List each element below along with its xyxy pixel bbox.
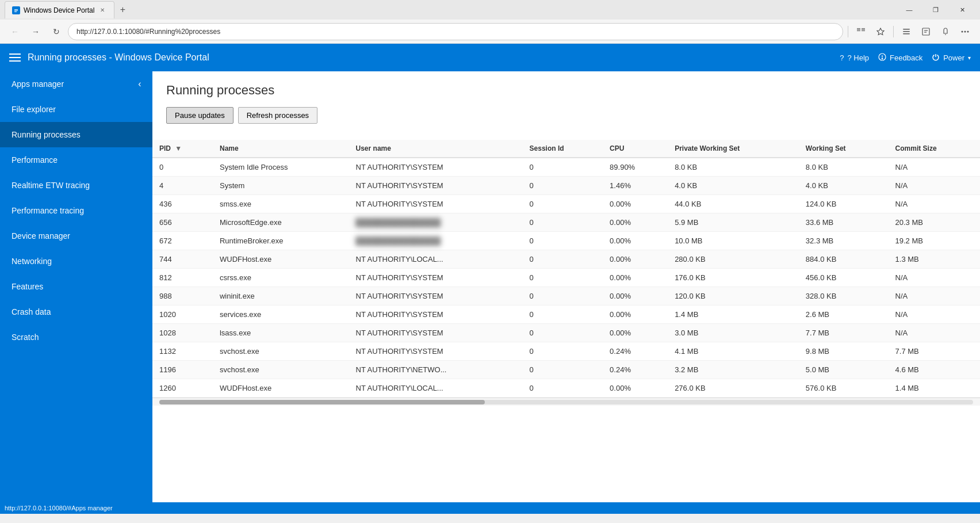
cell-working-set: 32.3 MB	[799, 232, 889, 250]
sidebar-item-scratch[interactable]: Scratch	[0, 325, 152, 350]
cell-private-working-set: 1.4 MB	[668, 306, 799, 324]
table-row[interactable]: 988wininit.exeNT AUTHORITY\SYSTEM00.00%1…	[152, 287, 980, 306]
cell-session-id: 0	[523, 213, 603, 232]
window-controls: — ❐ ✕	[896, 1, 975, 19]
sidebar-item-performance[interactable]: Performance	[0, 147, 152, 173]
sidebar-collapse-button[interactable]: ‹	[132, 76, 148, 92]
cell-pid: 988	[152, 287, 213, 306]
tab-close-button[interactable]: ✕	[98, 6, 107, 15]
cell-name: smss.exe	[213, 195, 349, 213]
cell-name: svchost.exe	[213, 342, 349, 361]
sidebar-item-realtime-etw-tracing[interactable]: Realtime ETW tracing	[0, 173, 152, 198]
scrollbar-thumb	[159, 400, 485, 404]
feedback-icon	[878, 53, 886, 63]
cell-working-set: 456.0 KB	[799, 269, 889, 287]
cell-private-working-set: 176.0 KB	[668, 269, 799, 287]
sidebar-item-apps-manager[interactable]: Apps manager	[0, 71, 152, 97]
table-row[interactable]: 1132svchost.exeNT AUTHORITY\SYSTEM00.24%…	[152, 342, 980, 361]
sidebar-item-performance-tracing[interactable]: Performance tracing	[0, 198, 152, 223]
horizontal-scrollbar[interactable]	[152, 398, 980, 406]
col-header-session-id: Session Id	[523, 140, 603, 158]
table-row[interactable]: 1028lsass.exeNT AUTHORITY\SYSTEM00.00%3.…	[152, 324, 980, 342]
power-button[interactable]: Power ▾	[932, 53, 971, 63]
cell-working-set: 8.0 KB	[799, 158, 889, 177]
notifications-icon[interactable]	[936, 22, 955, 41]
table-row[interactable]: 656MicrosoftEdge.exe████████████████00.0…	[152, 213, 980, 232]
help-button[interactable]: ? ? Help	[840, 54, 869, 62]
table-row[interactable]: 1196svchost.exeNT AUTHORITY\NETWO...00.2…	[152, 361, 980, 379]
more-icon[interactable]	[956, 22, 974, 41]
table-body: 0System Idle ProcessNT AUTHORITY\SYSTEM0…	[152, 158, 980, 398]
svg-point-23	[882, 58, 883, 59]
browser-tab[interactable]: Windows Device Portal ✕	[5, 1, 114, 18]
table-row[interactable]: 0System Idle ProcessNT AUTHORITY\SYSTEM0…	[152, 158, 980, 177]
close-button[interactable]: ✕	[949, 1, 975, 19]
processes-table-container: PID ▼NameUser nameSession IdCPUPrivate W…	[152, 140, 980, 398]
minimize-button[interactable]: —	[896, 1, 922, 19]
cell-private-working-set: 10.0 MB	[668, 232, 799, 250]
hub-icon[interactable]	[897, 22, 916, 41]
sidebar-item-file-explorer[interactable]: File explorer	[0, 97, 152, 122]
col-header-cpu: CPU	[603, 140, 668, 158]
sidebar-item-device-manager[interactable]: Device manager	[0, 223, 152, 249]
cell-working-set: 884.0 KB	[799, 250, 889, 269]
cell-commit-size: N/A	[889, 324, 980, 342]
cell-commit-size: N/A	[889, 306, 980, 324]
svg-rect-12	[903, 31, 910, 32]
restore-button[interactable]: ❐	[922, 1, 949, 19]
table-row[interactable]: 436smss.exeNT AUTHORITY\SYSTEM00.00%44.0…	[152, 195, 980, 213]
cell-working-set: 124.0 KB	[799, 195, 889, 213]
reader-view-icon[interactable]	[852, 22, 870, 41]
favorites-icon[interactable]	[871, 22, 890, 41]
col-header-pid[interactable]: PID ▼	[152, 140, 213, 158]
cell-session-id: 0	[523, 342, 603, 361]
sidebar-item-networking[interactable]: Networking	[0, 249, 152, 274]
col-header-working-set: Working Set	[799, 140, 889, 158]
sidebar-nav: Apps managerFile explorerRunning process…	[0, 71, 152, 350]
cell-private-working-set: 3.2 MB	[668, 361, 799, 379]
feedback-button[interactable]: Feedback	[878, 53, 922, 63]
cell-session-id: 0	[523, 250, 603, 269]
hamburger-menu[interactable]	[9, 54, 21, 62]
table-row[interactable]: 1020services.exeNT AUTHORITY\SYSTEM00.00…	[152, 306, 980, 324]
cell-private-working-set: 4.1 MB	[668, 342, 799, 361]
svg-point-18	[962, 30, 963, 32]
processes-table: PID ▼NameUser nameSession IdCPUPrivate W…	[152, 140, 980, 398]
cell-name: lsass.exe	[213, 324, 349, 342]
sidebar-item-features[interactable]: Features	[0, 274, 152, 299]
cell-user-name: NT AUTHORITY\LOCAL...	[349, 379, 523, 398]
table-row[interactable]: 812csrss.exeNT AUTHORITY\SYSTEM00.00%176…	[152, 269, 980, 287]
refresh-processes-button[interactable]: Refresh processes	[238, 107, 317, 124]
cell-pid: 4	[152, 177, 213, 195]
address-bar[interactable]	[68, 23, 843, 40]
power-chevron-icon: ▾	[968, 55, 971, 61]
cell-name: WUDFHost.exe	[213, 379, 349, 398]
cell-private-working-set: 5.9 MB	[668, 213, 799, 232]
cell-pid: 1196	[152, 361, 213, 379]
svg-rect-8	[862, 29, 865, 30]
col-header-private-working-set: Private Working Set	[668, 140, 799, 158]
new-tab-button[interactable]: +	[114, 2, 131, 18]
cell-commit-size: N/A	[889, 269, 980, 287]
sidebar-item-running-processes[interactable]: Running processes	[0, 122, 152, 147]
cell-commit-size: 7.7 MB	[889, 342, 980, 361]
status-bar: http://127.0.0.1:10080/#Apps manager	[0, 502, 980, 514]
reload-button[interactable]: ↻	[47, 22, 66, 41]
cell-working-set: 328.0 KB	[799, 287, 889, 306]
table-row[interactable]: 744WUDFHost.exeNT AUTHORITY\LOCAL...00.0…	[152, 250, 980, 269]
main-content: Running processes Pause updates Refresh …	[152, 71, 980, 502]
page-title: Running processes	[166, 83, 966, 98]
cell-session-id: 0	[523, 379, 603, 398]
back-button[interactable]: ←	[6, 22, 24, 41]
cell-commit-size: 1.3 MB	[889, 250, 980, 269]
svg-rect-7	[862, 28, 865, 29]
notes-icon[interactable]	[917, 22, 935, 41]
forward-button[interactable]: →	[26, 22, 45, 41]
pause-updates-button[interactable]: Pause updates	[166, 107, 233, 124]
sidebar-item-crash-data[interactable]: Crash data	[0, 299, 152, 325]
table-row[interactable]: 4SystemNT AUTHORITY\SYSTEM01.46%4.0 KB4.…	[152, 177, 980, 195]
table-row[interactable]: 1260WUDFHost.exeNT AUTHORITY\LOCAL...00.…	[152, 379, 980, 398]
table-row[interactable]: 672RuntimeBroker.exe████████████████00.0…	[152, 232, 980, 250]
cell-user-name: ████████████████	[349, 232, 523, 250]
svg-rect-5	[857, 29, 860, 30]
